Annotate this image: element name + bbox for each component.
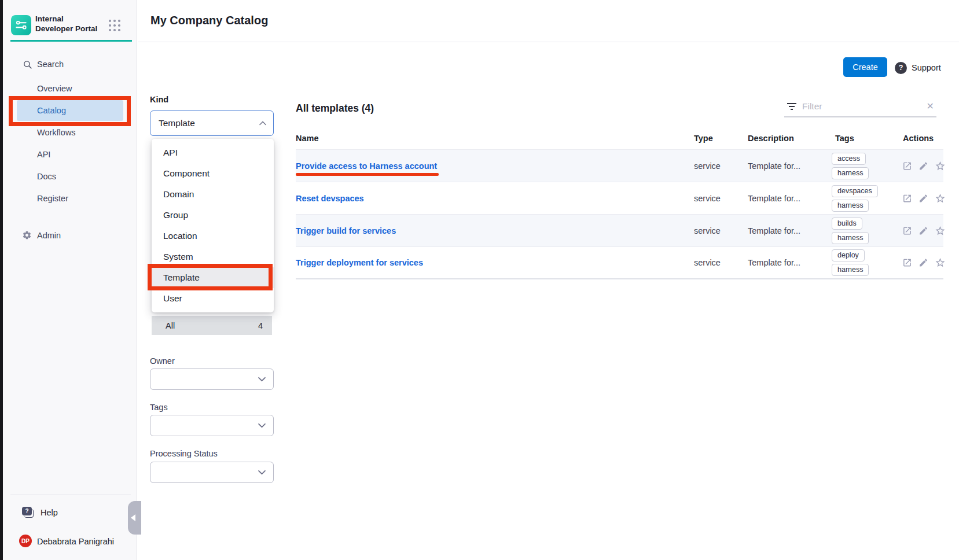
row-tags: accessharness	[832, 153, 869, 179]
app-title: Internal Developer Portal	[35, 14, 100, 34]
row-actions	[902, 193, 946, 204]
all-count: 4	[258, 321, 263, 330]
template-name-link[interactable]: Trigger build for services	[296, 226, 396, 235]
tag-chip: devspaces	[832, 185, 878, 197]
owner-select[interactable]	[150, 369, 274, 390]
star-icon[interactable]	[935, 160, 946, 171]
row-tags: buildsharness	[832, 218, 869, 244]
table-row[interactable]: Trigger build for services service Templ…	[296, 215, 943, 247]
sidebar-item-workflows[interactable]: Workflows	[3, 121, 137, 143]
chevron-down-icon	[258, 470, 266, 475]
sidebar-collapse-handle[interactable]	[128, 501, 141, 535]
edit-icon[interactable]	[918, 193, 928, 203]
edit-icon[interactable]	[918, 226, 928, 235]
star-icon[interactable]	[935, 225, 946, 236]
row-type: service	[694, 161, 721, 171]
kind-option-user[interactable]: User	[152, 288, 274, 309]
tag-chip: builds	[832, 218, 862, 230]
sidebar: Internal Developer Portal Search Overvie…	[3, 0, 137, 560]
sidebar-item-docs[interactable]: Docs	[3, 165, 137, 187]
apps-grid-icon[interactable]	[108, 19, 121, 32]
col-description: Description	[748, 134, 794, 143]
sidebar-divider	[10, 495, 131, 495]
table-filter: ✕	[784, 99, 936, 117]
question-circle-icon: ?	[895, 62, 907, 74]
open-in-new-icon[interactable]	[902, 226, 912, 235]
col-type: Type	[694, 134, 713, 143]
funnel-icon	[787, 102, 797, 111]
tag-chip: harness	[832, 200, 869, 212]
kind-select[interactable]: Template	[150, 110, 274, 136]
tag-chip: harness	[832, 167, 869, 179]
processing-status-label: Processing Status	[150, 449, 218, 458]
sidebar-item-register[interactable]: Register	[3, 187, 137, 209]
chevron-down-icon	[258, 377, 266, 382]
row-type: service	[694, 226, 721, 235]
kind-option-api[interactable]: API	[152, 142, 274, 163]
page-header: My Company Catalog	[138, 0, 959, 42]
template-name-link[interactable]: Provide access to Harness account	[296, 161, 437, 171]
table-body: Provide access to Harness account servic…	[296, 150, 943, 279]
chevron-left-icon	[131, 514, 135, 521]
row-type: service	[694, 258, 721, 267]
kind-option-component[interactable]: Component	[152, 163, 274, 184]
support-button[interactable]: ? Support	[895, 60, 941, 75]
tag-chip: harness	[832, 232, 869, 244]
kind-count-all[interactable]: All 4	[152, 316, 272, 335]
edit-icon[interactable]	[918, 258, 928, 268]
chat-question-icon: ?	[22, 507, 32, 515]
col-tags: Tags	[835, 134, 854, 143]
star-icon[interactable]	[935, 257, 946, 268]
sidebar-item-catalog[interactable]: Catalog	[17, 100, 123, 121]
star-icon[interactable]	[935, 193, 946, 204]
admin-label: Admin	[37, 231, 61, 240]
tags-label: Tags	[150, 403, 168, 412]
user-menu[interactable]: DP Debabrata Panigrahi	[3, 533, 137, 550]
kind-option-template[interactable]: Template	[152, 267, 274, 288]
sidebar-nav: OverviewCatalogWorkflowsAPIDocsRegister	[3, 78, 137, 209]
tags-select[interactable]	[150, 415, 274, 436]
kind-label: Kind	[150, 95, 168, 104]
open-in-new-icon[interactable]	[902, 258, 912, 268]
kind-option-group[interactable]: Group	[152, 205, 274, 226]
sidebar-item-search[interactable]: Search	[3, 55, 137, 75]
kind-option-system[interactable]: System	[152, 246, 274, 267]
row-type: service	[694, 194, 721, 203]
page-title: My Company Catalog	[150, 14, 268, 27]
row-description: Template for...	[748, 194, 800, 203]
gear-icon	[22, 230, 32, 240]
sidebar-item-api[interactable]: API	[3, 143, 137, 165]
sidebar-item-admin[interactable]: Admin	[3, 226, 137, 245]
search-label: Search	[37, 60, 64, 69]
row-actions	[902, 257, 946, 268]
table-title: All templates (4)	[296, 102, 374, 115]
tag-chip: harness	[832, 264, 869, 276]
help-label: Help	[41, 508, 58, 517]
table-row[interactable]: Reset devspaces service Template for... …	[296, 182, 943, 215]
chevron-down-icon	[258, 423, 266, 428]
row-tags: deployharness	[832, 249, 869, 276]
tag-chip: deploy	[832, 249, 865, 261]
edit-icon[interactable]	[918, 161, 928, 171]
row-description: Template for...	[748, 226, 800, 235]
idp-circuit-icon[interactable]	[11, 15, 31, 35]
table-header-row: Name Type Description Tags Actions	[296, 130, 943, 150]
table-row[interactable]: Provide access to Harness account servic…	[296, 150, 943, 182]
templates-table: Name Type Description Tags Actions Provi…	[296, 130, 943, 279]
sidebar-item-help[interactable]: ? Help	[3, 504, 137, 522]
kind-option-domain[interactable]: Domain	[152, 184, 274, 205]
sidebar-item-overview[interactable]: Overview	[3, 78, 137, 100]
template-name-link[interactable]: Trigger deployment for services	[296, 258, 423, 267]
row-description: Template for...	[748, 258, 800, 267]
processing-status-select[interactable]	[150, 462, 274, 483]
kind-option-location[interactable]: Location	[152, 226, 274, 246]
filter-input[interactable]	[802, 101, 920, 112]
create-button[interactable]: Create	[843, 57, 887, 77]
template-name-link[interactable]: Reset devspaces	[296, 194, 364, 203]
open-in-new-icon[interactable]	[902, 193, 912, 203]
owner-label: Owner	[150, 356, 175, 366]
col-name: Name	[296, 134, 319, 143]
open-in-new-icon[interactable]	[902, 161, 912, 171]
clear-filter-icon[interactable]: ✕	[925, 102, 935, 111]
table-row[interactable]: Trigger deployment for services service …	[296, 247, 943, 279]
